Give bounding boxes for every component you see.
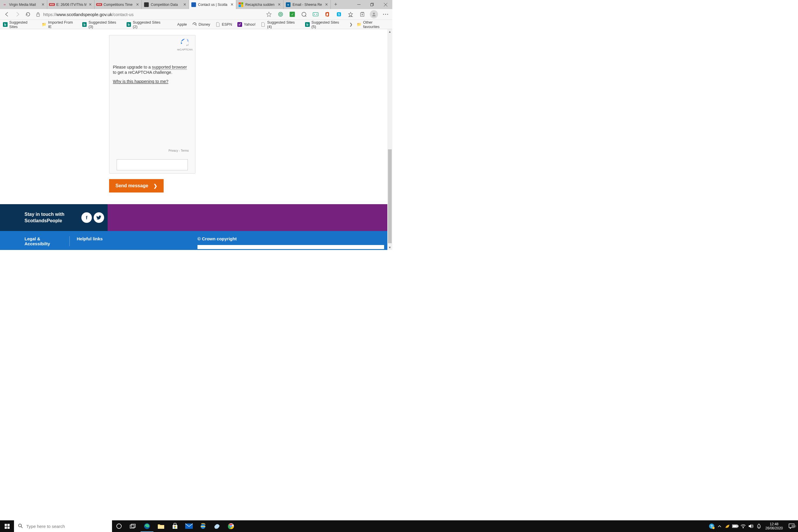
collections-icon[interactable]	[357, 10, 367, 19]
bookmark-item[interactable]: bSuggested Sites (2)	[127, 20, 166, 29]
stay-in-touch-text: Stay in touch with ScotlandsPeople	[24, 211, 64, 224]
close-icon[interactable]: ✕	[277, 2, 282, 7]
close-icon[interactable]: ✕	[135, 2, 140, 7]
svg-rect-5	[36, 14, 39, 16]
site-icon	[191, 2, 196, 7]
tab-itv[interactable]: MSE E: 26/06 ITV/This M ✕	[47, 0, 95, 9]
footer-input[interactable]	[197, 245, 384, 249]
scroll-down-icon[interactable]: ▼	[387, 245, 392, 250]
why-link[interactable]: Why is this happening to me?	[113, 79, 168, 84]
folder-icon: 📁	[42, 22, 46, 27]
apple-icon	[171, 22, 176, 27]
maximize-button[interactable]	[365, 0, 379, 9]
svg-text:f: f	[86, 215, 88, 220]
outlook-icon: o	[286, 2, 290, 7]
mse-icon: MSE	[50, 2, 54, 7]
bookmark-item[interactable]: bSuggested Sites (3)	[82, 20, 121, 29]
bookmark-item[interactable]: y!Yahoo!	[238, 22, 255, 27]
site-icon	[144, 2, 149, 7]
other-favourites[interactable]: 📁Other favourites	[357, 20, 390, 29]
back-button[interactable]	[2, 9, 12, 20]
bookmark-item[interactable]: bSuggested Sites	[3, 20, 36, 29]
footer-copyright: © Crown copyright	[197, 236, 236, 241]
svg-point-12	[317, 14, 317, 15]
footer-social-band: Stay in touch with ScotlandsPeople f	[0, 204, 387, 231]
yahoo-icon: y!	[238, 22, 242, 27]
supported-browser-link[interactable]: supported browser	[152, 65, 187, 70]
footer-helpful-heading: Helpful links	[70, 236, 103, 241]
twitter-link[interactable]	[94, 212, 104, 223]
url-field[interactable]: https://www.scotlandspeople.gov.uk/conta…	[35, 10, 260, 18]
scroll-up-icon[interactable]: ▲	[387, 29, 392, 34]
terms-link[interactable]: Terms	[181, 149, 189, 152]
extension-icon[interactable]	[299, 10, 309, 19]
vertical-scrollbar[interactable]: ▲ ▼	[387, 29, 392, 250]
bookmark-label: Suggested Sites (3)	[88, 20, 121, 29]
extension-icon[interactable]: ✓	[287, 10, 297, 19]
new-tab-button[interactable]: +	[331, 0, 341, 9]
extension-icon[interactable]	[276, 10, 286, 19]
svg-text:S: S	[338, 13, 340, 16]
scroll-thumb[interactable]	[388, 149, 392, 243]
disney-icon	[192, 22, 197, 27]
tab-competitions-time[interactable]: MSE Competitions Time ✕	[95, 0, 142, 9]
bookmark-item[interactable]: bSuggested Sites (5)	[305, 20, 344, 29]
bookmark-label: Suggested Sites (5)	[311, 20, 344, 29]
recaptcha-response-input[interactable]	[117, 159, 188, 170]
svg-point-22	[373, 13, 375, 15]
chevron-right-icon: ❯	[153, 183, 157, 189]
window-controls	[352, 0, 392, 9]
infinity-icon: ∞	[2, 2, 7, 7]
extension-icon[interactable]	[311, 10, 321, 19]
close-icon[interactable]: ✕	[182, 2, 187, 7]
close-icon[interactable]: ✕	[88, 2, 93, 7]
bookmarks-bar: bSuggested Sites 📁Imported From IE bSugg…	[0, 20, 392, 29]
send-message-button[interactable]: Send message ❯	[109, 179, 164, 192]
close-window-button[interactable]	[379, 0, 392, 9]
bookmark-item[interactable]: Suggested Sites (4)	[261, 20, 300, 29]
close-icon[interactable]: ✕	[40, 2, 45, 7]
mse-icon: MSE	[97, 2, 101, 7]
tab-label: Email - Sheena Re	[292, 3, 323, 7]
bookmark-label: Apple	[177, 22, 187, 26]
bookmark-item[interactable]: Disney	[192, 22, 210, 27]
favorites-icon[interactable]	[346, 10, 356, 19]
skype-icon[interactable]: S	[334, 10, 344, 19]
recaptcha-label: reCAPTCHA	[177, 48, 193, 51]
facebook-link[interactable]: f	[81, 212, 92, 223]
more-button[interactable]	[381, 10, 391, 19]
svg-rect-10	[313, 13, 318, 16]
forward-button[interactable]	[12, 9, 23, 20]
bookmark-item[interactable]: ESPN	[215, 22, 232, 27]
page-viewport: reCAPTCHA Please upgrade to a supported …	[0, 29, 392, 250]
favorite-star-icon[interactable]	[264, 10, 274, 19]
bookmark-label: Suggested Sites (2)	[133, 20, 165, 29]
button-label: Send message	[115, 183, 148, 188]
close-icon[interactable]: ✕	[230, 2, 234, 7]
bing-icon: b	[82, 22, 87, 27]
bookmark-label: Suggested Sites (4)	[267, 20, 300, 29]
svg-point-23	[383, 14, 384, 15]
minimize-button[interactable]	[352, 0, 365, 9]
bookmark-item[interactable]: Apple	[171, 22, 187, 27]
page-content: reCAPTCHA Please upgrade to a supported …	[0, 29, 387, 250]
tab-virgin-media[interactable]: ∞ Virgin Media Mail ✕	[0, 0, 47, 9]
refresh-button[interactable]	[23, 9, 33, 20]
lock-icon	[35, 12, 41, 17]
recaptcha-logo: reCAPTCHA	[177, 38, 193, 51]
chevron-right-icon[interactable]: ❯	[349, 22, 353, 26]
tab-strip: ∞ Virgin Media Mail ✕ MSE E: 26/06 ITV/T…	[0, 0, 352, 9]
svg-point-7	[280, 14, 282, 15]
tab-competition-data[interactable]: Competition Data ✕	[142, 0, 189, 9]
bing-icon: b	[305, 22, 310, 27]
office-icon[interactable]	[322, 10, 332, 19]
close-icon[interactable]: ✕	[324, 2, 329, 7]
profile-button[interactable]	[369, 10, 379, 19]
tab-contact-us[interactable]: Contact us | Scotla ✕	[189, 0, 236, 9]
tab-email[interactable]: o Email - Sheena Re ✕	[284, 0, 331, 9]
tab-label: Virgin Media Mail	[9, 3, 39, 7]
bookmark-item[interactable]: 📁Imported From IE	[42, 20, 77, 29]
tab-recaptcha[interactable]: Recaptcha sudden ✕	[236, 0, 284, 9]
privacy-link[interactable]: Privacy	[169, 149, 178, 152]
svg-point-11	[314, 14, 315, 15]
